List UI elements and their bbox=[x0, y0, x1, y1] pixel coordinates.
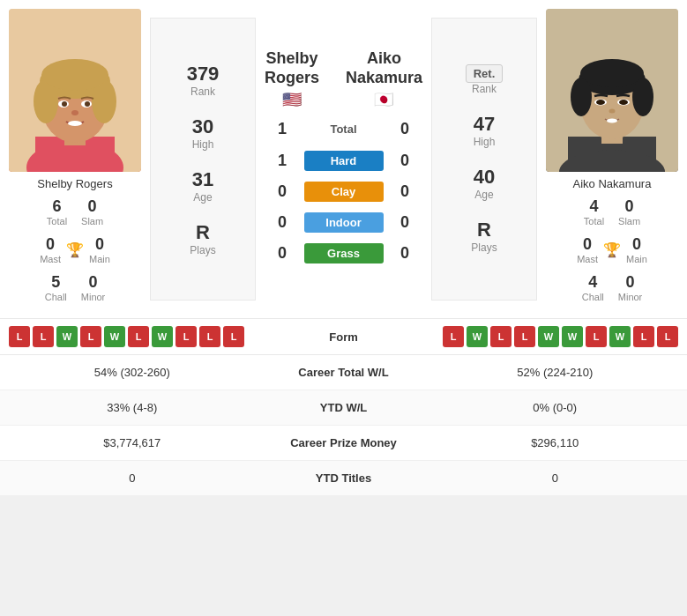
player-right-mast: 0 Mast bbox=[577, 235, 598, 264]
player-left-photo bbox=[9, 9, 141, 172]
player-right: Aiko Nakamura 4 Total 0 Slam 0 Mast bbox=[537, 9, 687, 309]
form-badges-left: LLWLWLWLLL bbox=[9, 326, 291, 347]
stats-left-val: 54% (302-260) bbox=[9, 366, 256, 379]
form-badge-right: W bbox=[538, 326, 559, 347]
stats-right-val: 52% (224-210) bbox=[432, 366, 679, 379]
left-rank-block: 379 Rank bbox=[187, 63, 220, 98]
right-player-heading: Aiko Nakamura 🇯🇵 bbox=[346, 49, 422, 108]
player-section: Shelby Rogers 6 Total 0 Slam 0 Mast bbox=[0, 0, 687, 318]
player-right-photo bbox=[546, 9, 678, 172]
svg-point-28 bbox=[609, 109, 616, 114]
player-right-total: 4 Total bbox=[584, 197, 604, 226]
player-left: Shelby Rogers 6 Total 0 Slam 0 Mast bbox=[0, 9, 150, 309]
stats-center-label: YTD Titles bbox=[256, 471, 432, 485]
right-flag: 🇯🇵 bbox=[346, 90, 422, 109]
indoor-left-score: 0 bbox=[273, 213, 291, 232]
middle-section: 379 Rank 30 High 31 Age R Plays bbox=[150, 9, 537, 309]
trophy-icon-left: 🏆 bbox=[66, 241, 84, 258]
trophy-icon-right: 🏆 bbox=[603, 241, 621, 258]
stats-center-label: Career Prize Money bbox=[256, 436, 432, 449]
player-left-slam: 0 Slam bbox=[81, 197, 103, 226]
form-badge-left: L bbox=[9, 326, 30, 347]
right-age-block: 40 Age bbox=[474, 166, 495, 201]
stats-right-val: 0% (0-0) bbox=[432, 401, 679, 414]
form-badge-left: L bbox=[80, 326, 101, 347]
player-right-name: Aiko Nakamura bbox=[573, 177, 652, 190]
svg-point-29 bbox=[607, 119, 617, 123]
total-row: 1 Total 0 bbox=[256, 116, 431, 142]
stats-left-val: 33% (4-8) bbox=[9, 401, 256, 414]
left-age-block: 31 Age bbox=[192, 168, 213, 204]
player-left-minor: 0 Minor bbox=[81, 273, 106, 302]
grass-left-score: 0 bbox=[273, 244, 291, 263]
player-left-stats-row3: 5 Chall 0 Minor bbox=[45, 273, 106, 302]
stats-center-label: YTD W/L bbox=[256, 401, 432, 414]
player-right-trophy-row: 0 Mast 🏆 0 Main bbox=[577, 235, 647, 264]
hard-badge: Hard bbox=[304, 151, 384, 171]
player-left-trophy-row: 0 Mast 🏆 0 Main bbox=[40, 235, 110, 264]
stats-right-val: 0 bbox=[432, 471, 679, 485]
svg-point-22 bbox=[632, 78, 653, 116]
stats-row: $3,774,617 Career Prize Money $296,110 bbox=[0, 426, 687, 461]
player-right-stats-row3: 4 Chall 0 Minor bbox=[582, 273, 643, 302]
left-flag: 🇺🇸 bbox=[265, 90, 319, 109]
form-badge-right: L bbox=[586, 326, 607, 347]
grass-badge: Grass bbox=[304, 243, 384, 263]
left-mid-stats: 379 Rank 30 High 31 Age R Plays bbox=[150, 18, 256, 301]
player-right-main: 0 Main bbox=[626, 235, 647, 264]
form-badge-right: L bbox=[514, 326, 535, 347]
total-label: Total bbox=[330, 122, 356, 136]
form-badge-right: W bbox=[609, 326, 631, 347]
right-plays-block: R Plays bbox=[471, 219, 497, 254]
indoor-right-score: 0 bbox=[396, 213, 414, 232]
form-badge-right: L bbox=[443, 326, 464, 347]
stats-row: 54% (302-260) Career Total W/L 52% (224-… bbox=[0, 355, 687, 390]
clay-right-score: 0 bbox=[396, 182, 414, 201]
left-plays-block: R Plays bbox=[190, 221, 215, 256]
stats-row: 0 YTD Titles 0 bbox=[0, 461, 687, 496]
form-label: Form bbox=[291, 330, 397, 344]
form-badge-left: W bbox=[56, 326, 78, 347]
svg-point-11 bbox=[62, 101, 67, 107]
clay-badge: Clay bbox=[304, 182, 384, 202]
hard-row: 1 Hard 0 bbox=[256, 145, 431, 176]
player-right-stats-row1: 4 Total 0 Slam bbox=[584, 197, 640, 226]
player-right-slam: 0 Slam bbox=[618, 197, 640, 226]
stats-left-val: 0 bbox=[9, 471, 256, 485]
player-left-total: 6 Total bbox=[47, 197, 67, 226]
stats-right-val: $296,110 bbox=[432, 436, 679, 449]
form-section: LLWLWLWLLL Form LWLLWWLWLL bbox=[0, 318, 687, 354]
form-badge-left: L bbox=[223, 326, 244, 347]
form-badge-right: L bbox=[633, 326, 654, 347]
player-left-stats-row1: 6 Total 0 Slam bbox=[47, 197, 103, 226]
hard-left-score: 1 bbox=[273, 152, 291, 170]
form-badge-left: L bbox=[128, 326, 149, 347]
clay-row: 0 Clay 0 bbox=[256, 176, 431, 207]
center-section: Shelby Rogers 🇺🇸 Aiko Nakamura 🇯🇵 bbox=[256, 9, 431, 309]
main-container: Shelby Rogers 6 Total 0 Slam 0 Mast bbox=[0, 0, 687, 496]
left-high-block: 30 High bbox=[192, 115, 214, 151]
left-player-heading: Shelby Rogers 🇺🇸 bbox=[265, 49, 319, 108]
svg-point-14 bbox=[68, 121, 82, 126]
indoor-badge: Indoor bbox=[304, 212, 384, 233]
grass-row: 0 Grass 0 bbox=[256, 238, 431, 269]
right-mid-stats: Ret. Rank 47 High 40 Age R Plays bbox=[431, 18, 537, 301]
svg-point-8 bbox=[41, 59, 108, 91]
form-badge-right: W bbox=[467, 326, 488, 347]
total-right-score: 0 bbox=[396, 120, 414, 138]
hard-right-score: 0 bbox=[396, 152, 414, 170]
stats-center-label: Career Total W/L bbox=[256, 366, 432, 379]
stats-table: 54% (302-260) Career Total W/L 52% (224-… bbox=[0, 354, 687, 496]
player-right-stats: 4 Total 0 Slam 0 Mast 🏆 0 bbox=[577, 190, 647, 309]
form-badge-left: L bbox=[33, 326, 54, 347]
right-high-block: 47 High bbox=[474, 113, 496, 148]
grass-right-score: 0 bbox=[396, 244, 414, 263]
player-right-chall: 4 Chall bbox=[582, 273, 604, 302]
indoor-row: 0 Indoor 0 bbox=[256, 207, 431, 238]
form-badge-left: W bbox=[104, 326, 125, 347]
player-left-mast: 0 Mast bbox=[40, 235, 61, 264]
form-badge-right: W bbox=[562, 326, 583, 347]
form-badge-left: L bbox=[199, 326, 220, 347]
form-badge-right: L bbox=[657, 326, 678, 347]
svg-point-23 bbox=[580, 59, 644, 87]
